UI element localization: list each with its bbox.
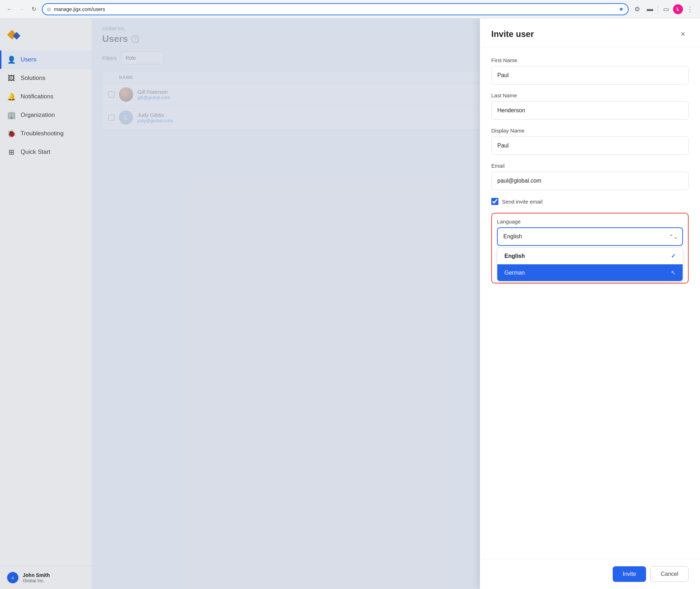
first-name-label: First Name [491,57,689,63]
email-label: Email [491,163,689,169]
back-button[interactable]: ← [4,4,15,15]
footer-username: John Smith [23,572,50,578]
send-invite-row: Send invite email [491,198,689,205]
divider [658,5,658,13]
modal-title: Invite user [491,29,534,39]
sidebar-item-label-troubleshooting: Troubleshooting [21,130,64,137]
site-icon: ⊙ [47,6,51,12]
display-name-label: Display Name [491,128,689,134]
url-text: manage.jigx.com/users [54,6,616,12]
english-label: English [504,253,525,259]
forward-button[interactable]: → [16,4,27,15]
browser-chrome: ← → ↻ ⊙ manage.jigx.com/users ★ ⚙ ▬ ▭ L … [0,0,700,18]
collapse-button[interactable]: « [7,572,18,583]
display-name-input[interactable] [491,136,689,155]
language-input[interactable] [497,227,683,246]
browser-actions: ⚙ ▬ ▭ L ⋮ [631,4,696,15]
last-name-group: Last Name [491,92,689,120]
app-layout: 👤 Users 🖼 Solutions 🔔 Notifications 🏢 Or… [0,18,700,589]
solutions-icon: 🖼 [7,74,16,82]
last-name-label: Last Name [491,92,689,98]
profile-button[interactable]: L [673,4,683,14]
troubleshooting-icon: 🐞 [7,129,16,138]
sidebar-toggle-button[interactable]: ▭ [660,4,672,15]
sidebar-item-label-users: Users [21,56,36,63]
puzzle-button[interactable]: ▬ [644,4,656,15]
address-bar[interactable]: ⊙ manage.jigx.com/users ★ [42,3,629,15]
menu-button[interactable]: ⋮ [684,4,696,15]
logo [7,27,22,42]
send-invite-checkbox[interactable] [491,198,498,205]
modal-footer: Invite Cancel [480,559,700,589]
sidebar-item-solutions[interactable]: 🖼 Solutions [0,69,92,87]
german-label: German [504,270,525,276]
language-option-english[interactable]: English ✓ [497,248,683,264]
language-section: Language ⌃⌄ English ✓ German ↖ [491,213,689,283]
users-icon: 👤 [7,55,16,64]
browser-nav: ← → ↻ [4,4,39,15]
sidebar-nav: 👤 Users 🖼 Solutions 🔔 Notifications 🏢 Or… [0,48,92,566]
invite-user-modal: Invite user × First Name Last Name Displ… [480,18,700,589]
reload-button[interactable]: ↻ [28,4,39,15]
cursor-icon: ↖ [671,269,676,276]
sidebar-item-troubleshooting[interactable]: 🐞 Troubleshooting [0,124,92,143]
language-option-german[interactable]: German ↖ [497,264,683,281]
sidebar-item-notifications[interactable]: 🔔 Notifications [0,87,92,106]
extensions-button[interactable]: ⚙ [631,4,643,15]
language-label: Language [497,218,683,225]
modal-body: First Name Last Name Display Name Email [480,47,700,559]
email-input[interactable] [491,172,689,190]
organization-icon: 🏢 [7,111,16,119]
cancel-button[interactable]: Cancel [650,566,689,582]
modal-close-button[interactable]: × [677,28,689,40]
sidebar-item-label-notifications: Notifications [21,93,54,100]
sidebar-logo [0,18,92,48]
sidebar-item-users[interactable]: 👤 Users [0,50,92,69]
sidebar-item-label-solutions: Solutions [21,75,45,82]
check-icon: ✓ [671,253,676,259]
sidebar-item-label-quickstart: Quick Start [21,148,50,156]
invite-button[interactable]: Invite [613,566,646,582]
first-name-group: First Name [491,57,689,85]
notifications-icon: 🔔 [7,92,16,101]
modal-header: Invite user × [480,18,700,47]
last-name-input[interactable] [491,101,689,120]
sidebar: 👤 Users 🖼 Solutions 🔔 Notifications 🏢 Or… [0,18,92,589]
sidebar-item-label-organization: Organization [21,112,55,119]
sidebar-item-quickstart[interactable]: ⊞ Quick Start [0,143,92,161]
sidebar-item-organization[interactable]: 🏢 Organization [0,106,92,124]
display-name-group: Display Name [491,128,689,155]
language-dropdown: English ✓ German ↖ [497,247,683,281]
footer-org: Global Inc. [23,578,50,583]
quickstart-icon: ⊞ [7,148,16,156]
language-select-wrapper: ⌃⌄ [497,227,683,246]
email-group: Email [491,163,689,190]
bookmark-icon[interactable]: ★ [619,6,624,12]
first-name-input[interactable] [491,66,689,85]
footer-user-info: John Smith Global Inc. [23,572,50,583]
sidebar-footer: « John Smith Global Inc. [0,566,92,589]
send-invite-label: Send invite email [502,199,542,205]
main-content: Global Inc. Users ? Filters Role NAME [92,18,700,589]
